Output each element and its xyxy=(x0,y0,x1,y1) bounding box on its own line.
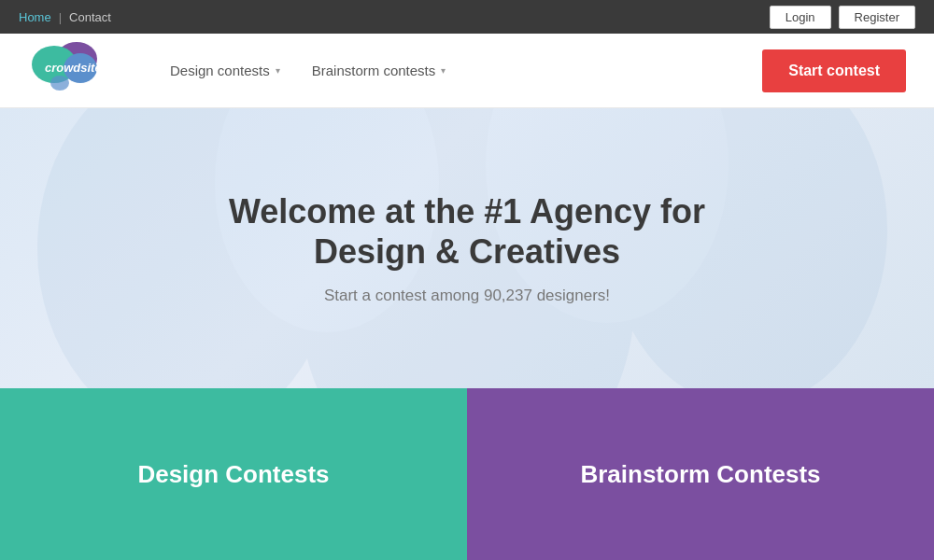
brainstorm-contests-card-label: Brainstorm Contests xyxy=(580,460,820,489)
register-button[interactable]: Register xyxy=(839,6,915,29)
design-contests-chevron: ▾ xyxy=(276,65,280,76)
auth-buttons: Login Register xyxy=(770,6,915,29)
cards-row: Design Contests Brainstorm Contests xyxy=(0,388,934,560)
hero-subtitle: Start a contest among 90,237 designers! xyxy=(324,287,610,305)
nav-separator: | xyxy=(59,10,62,24)
logo-svg: crowdsite xyxy=(28,40,103,101)
hero-title: Welcome at the #1 Agency for Design & Cr… xyxy=(229,191,705,272)
design-contests-card[interactable]: Design Contests xyxy=(0,388,467,560)
top-bar-nav: Home | Contact xyxy=(19,10,111,24)
start-contest-button[interactable]: Start contest xyxy=(762,49,906,92)
design-contests-nav[interactable]: Design contests ▾ xyxy=(159,55,291,86)
brainstorm-contests-label: Brainstorm contests xyxy=(312,63,436,78)
svg-text:crowdsite: crowdsite xyxy=(45,61,102,75)
nav-links: Design contests ▾ Brainstorm contests ▾ xyxy=(159,55,762,86)
brainstorm-contests-chevron: ▾ xyxy=(441,65,446,76)
design-contests-label: Design contests xyxy=(170,63,270,78)
hero-section: Welcome at the #1 Agency for Design & Cr… xyxy=(0,108,934,388)
logo[interactable]: crowdsite xyxy=(28,40,103,101)
home-link[interactable]: Home xyxy=(19,10,51,24)
brainstorm-contests-nav[interactable]: Brainstorm contests ▾ xyxy=(301,55,458,86)
login-button[interactable]: Login xyxy=(770,6,831,29)
contact-link[interactable]: Contact xyxy=(69,10,111,24)
svg-point-3 xyxy=(50,76,69,91)
main-nav: crowdsite Design contests ▾ Brainstorm c… xyxy=(0,34,934,108)
top-bar: Home | Contact Login Register xyxy=(0,0,934,34)
brainstorm-contests-card[interactable]: Brainstorm Contests xyxy=(467,388,934,560)
design-contests-card-label: Design Contests xyxy=(137,460,329,489)
